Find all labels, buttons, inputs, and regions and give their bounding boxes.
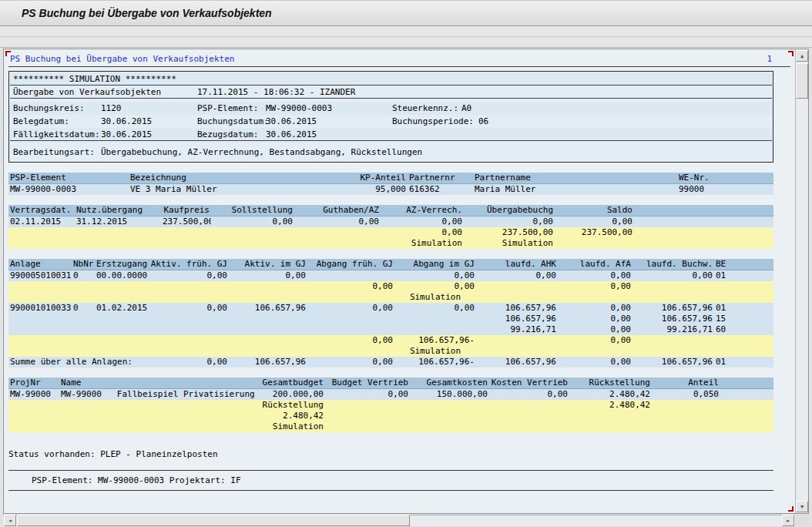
- table-cell: 0,00: [394, 281, 476, 292]
- table-cell: 01: [714, 270, 740, 282]
- table-row[interactable]: 990005010031000.00.00000,000,000,000,000…: [8, 270, 773, 282]
- table-cell: 0,00: [394, 270, 476, 282]
- table-cell: 237.500,00: [555, 227, 634, 238]
- table-row[interactable]: Rückstellung2.480,42: [8, 400, 773, 411]
- table-row[interactable]: 0,000,000,00: [8, 281, 773, 292]
- simbox-subtitle-row: Übergabe von Verkaufsobjekten 17.11.2015…: [10, 86, 772, 99]
- table-row[interactable]: Simulation: [8, 346, 773, 357]
- column-header[interactable]: Erstzugang: [95, 259, 147, 270]
- table-row[interactable]: 2.480,42: [8, 411, 773, 421]
- column-header[interactable]: NbNr: [72, 259, 95, 270]
- table-cell: [72, 281, 95, 292]
- table-row[interactable]: Simulation: [8, 292, 773, 303]
- toolbar-band-1: [0, 27, 812, 37]
- field-label: Belegdatum:: [13, 115, 69, 128]
- table-row[interactable]: SimulationSimulation: [8, 238, 773, 249]
- column-header[interactable]: Bezeichnung: [129, 173, 352, 184]
- column-header[interactable]: Abgang früh. GJ: [307, 259, 394, 270]
- column-header[interactable]: ProjNr: [8, 378, 59, 389]
- column-header[interactable]: Aktiv. im GJ: [229, 259, 307, 270]
- scroll-down-button[interactable]: ▼: [796, 501, 808, 512]
- column-header[interactable]: Anteil: [652, 378, 720, 389]
- table-cell: [489, 400, 569, 411]
- table-cell: 990001010033: [8, 303, 72, 314]
- table-cell: [147, 324, 229, 335]
- arrow-left-icon: ◄: [8, 518, 12, 524]
- column-header[interactable]: Saldo: [555, 205, 634, 217]
- table-cell: 2.480,42: [569, 400, 652, 411]
- column-header[interactable]: laufd. AHK: [476, 259, 558, 270]
- horizontal-scrollbar[interactable]: ◄ ►: [3, 515, 795, 526]
- column-header[interactable]: Übergabebuchg: [464, 205, 555, 217]
- table-cell: [476, 281, 558, 292]
- column-header[interactable]: Nutz.übergang: [75, 205, 161, 217]
- column-header[interactable]: WE-Nr.: [677, 173, 770, 184]
- column-header[interactable]: Sollstellung: [211, 205, 294, 217]
- table-cell: 106.657,96: [229, 303, 307, 314]
- column-header[interactable]: Kosten Vertrieb: [489, 378, 569, 389]
- table-cell: 0,00: [147, 270, 229, 282]
- column-header[interactable]: Guthaben/AZ: [294, 205, 381, 217]
- table-row[interactable]: 990001010033001.02.20150,00106.657,960,0…: [8, 303, 773, 314]
- column-header-filler: [740, 259, 773, 270]
- scroll-left-button[interactable]: ◄: [4, 515, 16, 526]
- field-label: Bezugsdatum:: [197, 128, 258, 141]
- table-cell-filler: [740, 303, 773, 314]
- column-header[interactable]: Budget Vertrieb: [325, 378, 410, 389]
- column-header[interactable]: KP-Anteil: [352, 173, 408, 184]
- column-header[interactable]: Aktiv. früh. GJ: [147, 259, 229, 270]
- column-header[interactable]: Anlage: [8, 259, 72, 270]
- table-cell: 0,00: [394, 303, 476, 314]
- table-cell: [714, 346, 740, 357]
- column-header[interactable]: Name: [59, 378, 260, 389]
- table-row[interactable]: Simulation: [8, 421, 773, 432]
- scroll-up-button[interactable]: ▲: [796, 50, 808, 62]
- table-cell: 00.00.0000: [95, 270, 147, 282]
- column-header-filler: [720, 378, 773, 389]
- field-label: PSP-Element:: [197, 102, 258, 115]
- table-row[interactable]: MW-99000MW-99000 Fallbeispiel Privatisie…: [8, 389, 773, 401]
- report-title: PS Buchung bei Übergabe von Verkaufsobje…: [10, 54, 234, 64]
- column-header[interactable]: BE: [714, 259, 740, 270]
- scroll-right-button[interactable]: ►: [782, 515, 794, 526]
- table-cell: [72, 314, 95, 324]
- table-cell: 237.500,00: [464, 227, 555, 238]
- table-row[interactable]: 106.657,960,00106.657,9615: [8, 314, 773, 324]
- vertical-scrollbar[interactable]: ▲ ▼: [795, 49, 808, 513]
- field-value: 30.06.2015: [101, 128, 152, 141]
- table-header-row: AnlageNbNrErstzugangAktiv. früh. GJAktiv…: [8, 259, 773, 270]
- column-header[interactable]: laufd. AfA: [558, 259, 632, 270]
- column-header[interactable]: Rückstellung: [569, 378, 652, 389]
- table-cell: [410, 411, 489, 421]
- column-header[interactable]: laufd. Buchw.: [632, 259, 714, 270]
- table-cell: [307, 314, 394, 324]
- table-cell: [558, 292, 632, 303]
- column-header[interactable]: AZ-Verrech.: [381, 205, 464, 217]
- field-label: Bearbeitungsart:: [13, 146, 95, 159]
- table-cell-filler: [740, 357, 773, 368]
- table-cell: [476, 346, 558, 357]
- table-cell-filler: [720, 411, 773, 421]
- column-header[interactable]: Gesamtkosten: [410, 378, 489, 389]
- column-header[interactable]: Abgang im GJ: [394, 259, 476, 270]
- vertical-scroll-thumb[interactable]: [796, 63, 808, 99]
- table-cell-filler: [720, 389, 773, 401]
- column-header[interactable]: Kaufpreis: [161, 205, 211, 217]
- table-row[interactable]: 0,00237.500,00237.500,00: [8, 227, 773, 238]
- table-cell: [95, 324, 147, 335]
- table-cell: [569, 421, 652, 432]
- table-cell: Rückstellung: [260, 400, 325, 411]
- column-header[interactable]: Partnernr: [408, 173, 473, 184]
- table-cell: 0,00: [558, 303, 632, 314]
- column-header[interactable]: Gesamtbudget: [260, 378, 325, 389]
- table-row[interactable]: 02.11.201531.12.2015237.500,000,000,000,…: [8, 217, 773, 228]
- table-row[interactable]: 99.216,710,0099.216,7160: [8, 324, 773, 335]
- table-row[interactable]: MW-99000-0003VE 3 Maria Müller95,0006163…: [8, 184, 773, 196]
- horizontal-scroll-thumb[interactable]: [17, 515, 410, 526]
- table-cell: [8, 281, 72, 292]
- table-row[interactable]: 0,00106.657,96-0,00: [8, 335, 773, 346]
- table-row[interactable]: Summe über alle Anlagen:0,00106.657,960,…: [8, 357, 773, 368]
- table-cell: [147, 314, 229, 324]
- column-header[interactable]: Partnername: [473, 173, 677, 184]
- table-cell: 0,00: [147, 357, 229, 368]
